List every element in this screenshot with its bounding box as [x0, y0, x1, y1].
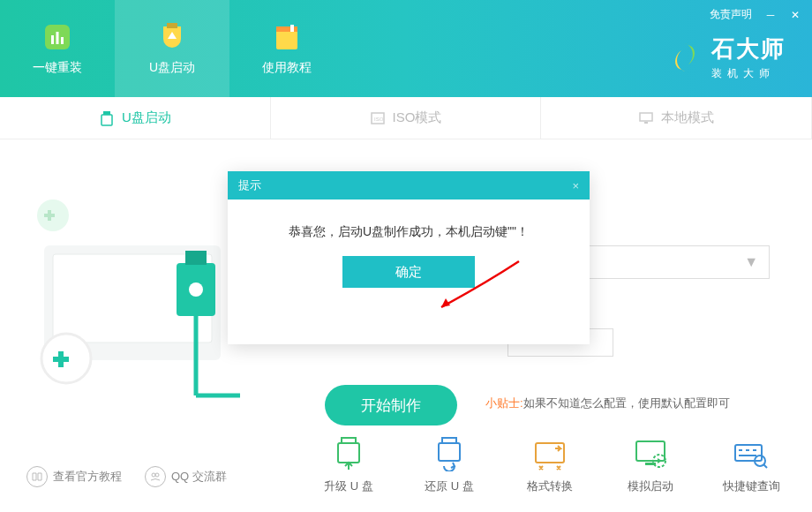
tab-usb-boot[interactable]: U盘启动 [115, 0, 229, 97]
usb-shield-icon [156, 21, 188, 53]
dialog-body: 恭喜您，启动U盘制作成功，本机启动键""！ 确定 [228, 200, 590, 312]
tab-label: 使用教程 [262, 60, 312, 76]
action-upgrade[interactable]: 升级 U 盘 [314, 436, 383, 494]
success-dialog: 提示 × 恭喜您，启动U盘制作成功，本机启动键""！ 确定 [228, 171, 590, 344]
footer-links: 查看官方教程 QQ 交流群 [26, 466, 227, 487]
svg-rect-3 [61, 37, 64, 44]
qq-link[interactable]: QQ 交流群 [145, 466, 227, 487]
dialog-header: 提示 × [228, 171, 590, 200]
action-label: 还原 U 盘 [425, 478, 474, 494]
disclaimer-link[interactable]: 免责声明 [710, 7, 752, 22]
book-icon [271, 21, 303, 53]
action-hotkey[interactable]: 快捷键查询 [717, 436, 786, 494]
sub-tabs: U盘启动 ISO ISO模式 本地模式 [0, 97, 812, 139]
action-label: 模拟启动 [628, 478, 673, 494]
tab-label: 一键重装 [33, 60, 82, 76]
dialog-title: 提示 [238, 177, 261, 193]
svg-rect-9 [102, 115, 112, 125]
svg-text:ISO: ISO [374, 117, 384, 122]
svg-rect-2 [56, 32, 59, 44]
svg-rect-27 [536, 443, 564, 463]
action-format[interactable]: 格式转换 [515, 436, 584, 494]
window-controls: 免责声明 ─ ✕ [710, 7, 801, 22]
minimize-button[interactable]: ─ [764, 9, 777, 21]
link-label: QQ 交流群 [171, 469, 227, 485]
iso-icon: ISO [370, 110, 386, 126]
brand-title: 石大师 [711, 34, 786, 64]
ok-label: 确定 [395, 264, 422, 281]
svg-rect-28 [636, 441, 665, 461]
brand: 石大师 装机大师 [667, 34, 786, 81]
subtab-label: ISO模式 [393, 109, 442, 126]
close-button[interactable]: ✕ [789, 9, 801, 21]
brand-subtitle: 装机大师 [711, 66, 786, 81]
dialog-ok-button[interactable]: 确定 [342, 256, 475, 288]
tutorial-link[interactable]: 查看官方教程 [26, 466, 122, 487]
subtab-usb[interactable]: U盘启动 [0, 97, 271, 139]
monitor-play-icon [633, 436, 668, 471]
svg-rect-19 [185, 251, 207, 265]
svg-point-22 [155, 473, 159, 477]
subtab-local[interactable]: 本地模式 [541, 97, 812, 139]
tip-text: 小贴士:如果不知道怎么配置，使用默认配置即可 [485, 395, 730, 411]
convert-icon [532, 436, 568, 471]
brand-logo-icon [667, 40, 703, 75]
svg-point-21 [152, 473, 155, 477]
action-restore[interactable]: 还原 U 盘 [415, 436, 484, 494]
action-label: 快捷键查询 [723, 478, 780, 494]
action-simulate[interactable]: 模拟启动 [616, 436, 685, 494]
start-button[interactable]: 开始制作 [325, 385, 457, 425]
header-tabs: 一键重装 U盘启动 使用教程 [0, 0, 344, 97]
group-icon [145, 466, 166, 487]
keyboard-search-icon [733, 436, 769, 471]
svg-rect-26 [439, 443, 460, 461]
book-open-icon [26, 466, 48, 487]
app-header: 一键重装 U盘启动 使用教程 免责声明 ─ ✕ 石大师 装机大师 [0, 0, 812, 97]
subtab-iso[interactable]: ISO ISO模式 [271, 97, 542, 139]
svg-rect-4 [167, 23, 177, 28]
dialog-close-icon[interactable]: × [572, 179, 579, 192]
link-label: 查看官方教程 [53, 469, 122, 485]
tip-content: 如果不知道怎么配置，使用默认配置即可 [523, 396, 730, 410]
usb-icon [99, 110, 115, 126]
action-bar: 升级 U 盘 还原 U 盘 格式转换 模拟启动 快捷键查询 [314, 436, 786, 494]
dialog-message: 恭喜您，启动U盘制作成功，本机启动键""！ [245, 224, 572, 240]
tip-label: 小贴士: [485, 396, 523, 410]
svg-rect-31 [735, 445, 762, 461]
svg-rect-6 [276, 26, 297, 32]
chart-icon [41, 21, 73, 53]
svg-rect-13 [644, 122, 648, 124]
usb-illustration [26, 166, 256, 413]
tab-reinstall[interactable]: 一键重装 [0, 0, 115, 97]
usb-up-icon [331, 436, 366, 471]
tab-tutorial[interactable]: 使用教程 [229, 0, 344, 97]
svg-rect-12 [640, 113, 652, 121]
action-label: 升级 U 盘 [324, 478, 373, 494]
action-label: 格式转换 [527, 478, 573, 494]
svg-rect-1 [51, 35, 54, 44]
svg-point-20 [189, 282, 203, 297]
subtab-label: U盘启动 [122, 109, 171, 126]
svg-rect-24 [338, 443, 359, 463]
svg-rect-7 [290, 25, 294, 32]
start-label: 开始制作 [361, 395, 421, 416]
monitor-icon [638, 110, 654, 126]
usb-refresh-icon [432, 436, 467, 471]
subtab-label: 本地模式 [661, 109, 714, 126]
tab-label: U盘启动 [149, 60, 195, 76]
chevron-down-icon: ▼ [744, 254, 758, 270]
